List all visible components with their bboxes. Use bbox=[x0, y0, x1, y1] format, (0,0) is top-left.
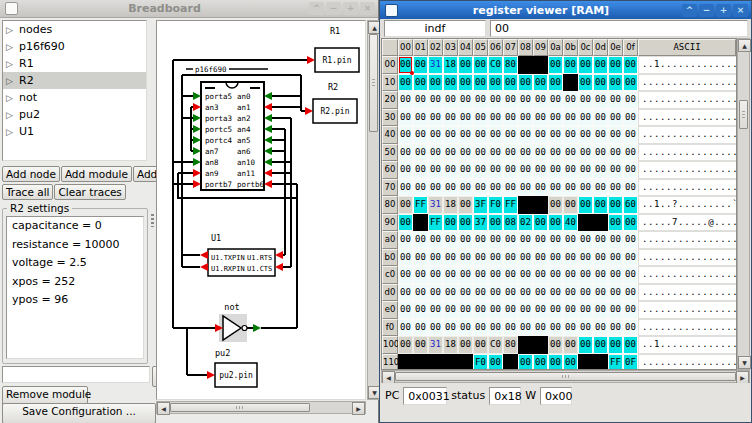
register-value-entry[interactable]: 00 bbox=[490, 20, 748, 37]
settings-item[interactable]: capacitance = 0 bbox=[7, 217, 143, 236]
register-cell[interactable] bbox=[398, 354, 413, 371]
register-cell[interactable]: 00 bbox=[518, 161, 533, 179]
register-cell[interactable]: 00 bbox=[413, 231, 428, 249]
register-name-entry[interactable]: indf bbox=[384, 20, 486, 37]
ascii-cell[interactable]: ................ bbox=[638, 179, 737, 197]
register-cell[interactable]: 00 bbox=[518, 109, 533, 127]
register-cell[interactable]: 00 bbox=[398, 74, 413, 92]
register-cell[interactable]: 00 bbox=[428, 179, 443, 197]
register-cell[interactable]: 00 bbox=[608, 266, 623, 284]
register-cell[interactable]: 00 bbox=[398, 284, 413, 302]
register-cell[interactable]: 00 bbox=[593, 301, 608, 319]
register-cell[interactable]: 00 bbox=[458, 161, 473, 179]
register-cell[interactable]: 00 bbox=[503, 231, 518, 249]
ascii-cell[interactable]: ................ bbox=[638, 284, 737, 302]
row-header[interactable]: 50 bbox=[382, 144, 398, 162]
register-cell[interactable]: 00 bbox=[623, 161, 638, 179]
register-cell[interactable]: 00 bbox=[473, 266, 488, 284]
register-cell[interactable]: 00 bbox=[473, 179, 488, 197]
register-cell[interactable]: 00 bbox=[608, 214, 623, 232]
register-cell[interactable]: 00 bbox=[623, 74, 638, 92]
expander-icon[interactable]: ▷ bbox=[6, 76, 16, 86]
expander-icon[interactable]: ▷ bbox=[6, 25, 16, 35]
register-cell[interactable]: 00 bbox=[458, 144, 473, 162]
scroll-left-icon[interactable]: ◀ bbox=[157, 402, 170, 415]
register-cell[interactable]: 00 bbox=[413, 179, 428, 197]
register-cell[interactable]: 00 bbox=[563, 161, 578, 179]
register-cell[interactable]: 00 bbox=[458, 126, 473, 144]
status-entry[interactable]: 0x18 bbox=[489, 387, 521, 405]
column-header[interactable]: 06 bbox=[488, 39, 503, 56]
register-cell[interactable]: 00 bbox=[443, 74, 458, 92]
register-cell[interactable]: 00 bbox=[548, 354, 563, 371]
tree-item-not[interactable]: ▷not bbox=[3, 89, 146, 106]
register-cell[interactable] bbox=[413, 214, 428, 232]
register-cell[interactable]: 00 bbox=[608, 126, 623, 144]
node-tree[interactable]: ▷nodes▷p16f690▷R1▷R2▷not▷pu2▷U1 bbox=[2, 20, 147, 161]
register-cell[interactable]: 00 bbox=[518, 74, 533, 92]
register-cell[interactable]: 00 bbox=[623, 319, 638, 337]
clear-traces-button[interactable]: Clear traces bbox=[54, 184, 125, 200]
row-header[interactable]: 00 bbox=[382, 56, 398, 74]
register-cell[interactable]: 00 bbox=[488, 249, 503, 267]
register-cell[interactable]: 00 bbox=[413, 109, 428, 127]
register-cell[interactable]: 00 bbox=[428, 249, 443, 267]
register-cell[interactable]: FF bbox=[503, 196, 518, 214]
ascii-cell[interactable]: ................ bbox=[638, 231, 737, 249]
register-cell[interactable]: 00 bbox=[488, 319, 503, 337]
register-cell[interactable]: 00 bbox=[443, 161, 458, 179]
register-cell[interactable]: 00 bbox=[458, 301, 473, 319]
panel-sash[interactable] bbox=[149, 18, 156, 423]
register-cell[interactable]: 00 bbox=[488, 284, 503, 302]
register-cell[interactable]: 00 bbox=[428, 319, 443, 337]
row-header[interactable]: 100 bbox=[382, 336, 398, 354]
register-cell[interactable]: 00 bbox=[518, 354, 533, 371]
register-cell[interactable]: 00 bbox=[623, 249, 638, 267]
expander-icon[interactable]: ▷ bbox=[6, 42, 16, 52]
register-cell[interactable]: 00 bbox=[458, 74, 473, 92]
register-cell[interactable]: 00 bbox=[563, 336, 578, 354]
register-cell[interactable]: FF bbox=[428, 214, 443, 232]
register-cell[interactable]: 00 bbox=[593, 284, 608, 302]
register-cell[interactable] bbox=[563, 74, 578, 92]
register-cell[interactable]: 00 bbox=[473, 231, 488, 249]
register-cell[interactable]: 00 bbox=[473, 126, 488, 144]
column-header[interactable]: 03 bbox=[443, 39, 458, 56]
register-cell[interactable]: 00 bbox=[563, 231, 578, 249]
register-cell[interactable]: 00 bbox=[608, 91, 623, 109]
register-cell[interactable]: 00 bbox=[428, 91, 443, 109]
register-cell[interactable]: 00 bbox=[533, 109, 548, 127]
ascii-cell[interactable]: ................ bbox=[638, 354, 737, 371]
register-cell[interactable]: 00 bbox=[443, 109, 458, 127]
register-cell[interactable]: 00 bbox=[563, 109, 578, 127]
register-cell[interactable]: 00 bbox=[473, 56, 488, 74]
register-cell[interactable]: 00 bbox=[578, 126, 593, 144]
register-cell[interactable]: 00 bbox=[548, 144, 563, 162]
register-cell[interactable]: 00 bbox=[563, 91, 578, 109]
register-cell[interactable]: 00 bbox=[548, 319, 563, 337]
register-cell[interactable]: 00 bbox=[398, 266, 413, 284]
register-cell[interactable]: 80 bbox=[503, 56, 518, 74]
register-cell[interactable]: 00 bbox=[443, 284, 458, 302]
ascii-cell[interactable]: ................ bbox=[638, 109, 737, 127]
register-cell[interactable]: 00 bbox=[458, 56, 473, 74]
register-cell[interactable]: 00 bbox=[563, 354, 578, 371]
register-cell[interactable]: 00 bbox=[533, 144, 548, 162]
register-cell[interactable]: 00 bbox=[503, 144, 518, 162]
ascii-cell[interactable]: ................ bbox=[638, 266, 737, 284]
register-cell[interactable]: 00 bbox=[593, 179, 608, 197]
register-cell[interactable]: 00 bbox=[443, 266, 458, 284]
register-cell[interactable]: 00 bbox=[578, 161, 593, 179]
register-cell[interactable]: 00 bbox=[398, 214, 413, 232]
scroll-right-icon[interactable]: ▶ bbox=[352, 402, 365, 415]
register-cell[interactable]: 00 bbox=[623, 266, 638, 284]
register-cell[interactable]: 00 bbox=[563, 249, 578, 267]
scroll-thumb[interactable] bbox=[739, 100, 748, 129]
register-cell[interactable]: 00 bbox=[623, 179, 638, 197]
register-cell[interactable] bbox=[533, 56, 548, 74]
register-cell[interactable]: FF bbox=[413, 196, 428, 214]
register-cell[interactable]: C0 bbox=[488, 56, 503, 74]
register-cell[interactable]: 00 bbox=[443, 319, 458, 337]
register-cell[interactable]: 00 bbox=[593, 231, 608, 249]
register-cell[interactable]: 00 bbox=[578, 319, 593, 337]
